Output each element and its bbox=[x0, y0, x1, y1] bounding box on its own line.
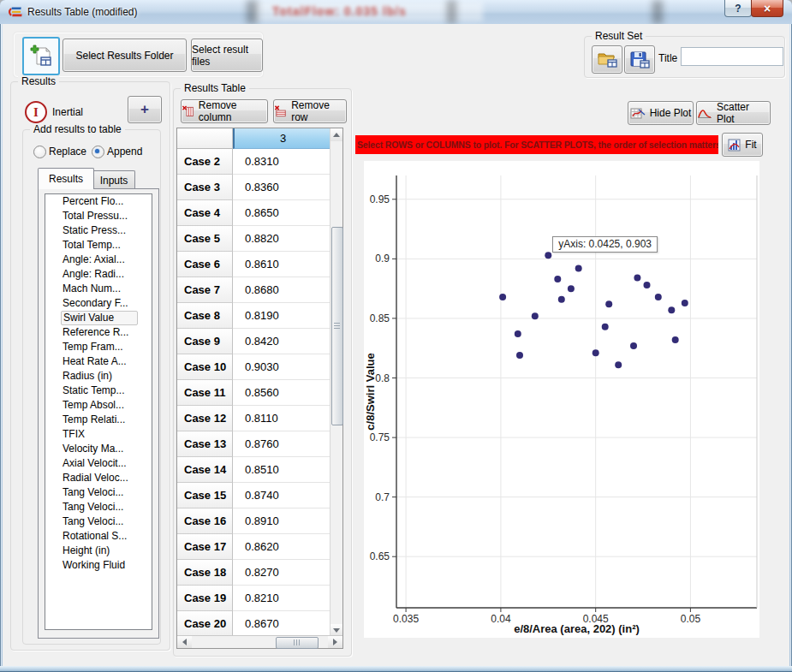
list-item[interactable]: Tang Veloci... bbox=[45, 514, 152, 529]
data-point[interactable] bbox=[602, 324, 609, 330]
title-input[interactable] bbox=[681, 47, 783, 66]
scatter-plot-button[interactable]: Scatter Plot bbox=[696, 101, 771, 125]
table-cell[interactable]: 0.8510 bbox=[233, 457, 330, 483]
list-item[interactable]: TFIX bbox=[45, 427, 152, 442]
table-cell[interactable]: 0.8620 bbox=[233, 534, 330, 560]
data-point[interactable] bbox=[668, 306, 675, 313]
list-item[interactable]: Radial Veloc... bbox=[45, 471, 152, 485]
row-header[interactable]: Case 7 bbox=[177, 277, 233, 303]
table-cell[interactable]: 0.8820 bbox=[233, 226, 330, 252]
row-header[interactable]: Case 2 bbox=[177, 149, 233, 175]
row-header[interactable]: Case 9 bbox=[177, 329, 233, 354]
corner-header-cell[interactable] bbox=[177, 128, 233, 149]
row-header[interactable]: Case 14 bbox=[177, 457, 233, 483]
row-header[interactable]: Case 15 bbox=[177, 483, 233, 508]
list-item[interactable]: Total Temp... bbox=[45, 238, 152, 253]
data-point[interactable] bbox=[630, 342, 637, 349]
table-cell[interactable]: 0.8760 bbox=[233, 431, 330, 457]
list-item[interactable]: Angle: Radi... bbox=[45, 267, 152, 282]
list-item[interactable]: Height (in) bbox=[45, 544, 152, 558]
remove-row-button[interactable]: Remove row bbox=[273, 99, 347, 123]
data-point[interactable] bbox=[515, 330, 521, 337]
row-header[interactable]: Case 13 bbox=[177, 431, 233, 457]
list-item[interactable]: Swirl Value bbox=[61, 311, 138, 325]
data-point[interactable] bbox=[554, 276, 561, 282]
list-item[interactable]: Rotational S... bbox=[45, 529, 152, 544]
list-item[interactable]: Temp Fram... bbox=[45, 340, 152, 354]
tab-results[interactable]: Results bbox=[38, 168, 94, 189]
scroll-left-button[interactable] bbox=[177, 636, 192, 648]
table-cell[interactable]: 0.8910 bbox=[233, 508, 330, 534]
table-cell[interactable]: 0.8680 bbox=[233, 277, 330, 303]
table-cell[interactable]: 0.8610 bbox=[233, 252, 330, 277]
table-cell[interactable]: 0.8560 bbox=[233, 380, 330, 406]
list-item[interactable]: Temp Absol... bbox=[45, 398, 152, 413]
table-cell[interactable]: 0.8670 bbox=[233, 611, 330, 637]
data-point[interactable] bbox=[499, 294, 506, 300]
table-cell[interactable]: 0.8210 bbox=[233, 586, 330, 611]
select-result-files-button[interactable]: Select result files bbox=[191, 39, 263, 72]
fit-button[interactable]: Fit bbox=[722, 133, 763, 157]
list-item[interactable]: Percent Flo... bbox=[45, 194, 152, 209]
scroll-right-button[interactable] bbox=[328, 636, 342, 648]
row-header[interactable]: Case 17 bbox=[177, 534, 233, 560]
row-header[interactable]: Case 8 bbox=[177, 303, 233, 329]
data-point[interactable] bbox=[644, 282, 651, 288]
list-item[interactable]: Static Temp... bbox=[45, 384, 152, 398]
data-point[interactable] bbox=[655, 294, 662, 300]
column-header[interactable]: 3 bbox=[233, 128, 331, 149]
list-item[interactable]: Static Press... bbox=[45, 223, 152, 238]
titlebar[interactable]: TotalFlow: 0.035 lb/s Results Table (mod… bbox=[0, 0, 792, 24]
help-button[interactable]: ? bbox=[724, 0, 752, 17]
row-header[interactable]: Case 10 bbox=[177, 354, 233, 380]
table-cell[interactable]: 0.8190 bbox=[233, 303, 330, 329]
data-point[interactable] bbox=[615, 361, 622, 368]
table-cell[interactable]: 0.8270 bbox=[233, 560, 330, 586]
row-header[interactable]: Case 16 bbox=[177, 508, 233, 534]
save-result-set-button[interactable] bbox=[624, 45, 655, 74]
data-point[interactable] bbox=[516, 352, 523, 359]
data-point[interactable] bbox=[634, 275, 640, 282]
close-button[interactable]: × bbox=[751, 0, 783, 17]
table-cell[interactable]: 0.8740 bbox=[233, 483, 330, 508]
scatter-chart[interactable]: 0.0350.040.0450.050.650.70.750.80.850.90… bbox=[364, 161, 759, 638]
scroll-up-button[interactable] bbox=[330, 128, 342, 141]
table-cell[interactable]: 0.8420 bbox=[233, 329, 330, 354]
row-header[interactable]: Case 6 bbox=[177, 252, 233, 277]
horizontal-scroll-thumb[interactable] bbox=[276, 637, 319, 649]
table-cell[interactable]: 0.8310 bbox=[233, 149, 330, 175]
remove-column-button[interactable]: Remove column bbox=[181, 99, 268, 123]
list-item[interactable]: Tang Veloci... bbox=[45, 485, 152, 500]
data-point[interactable] bbox=[532, 312, 539, 319]
open-result-set-button[interactable] bbox=[592, 45, 622, 74]
data-point[interactable] bbox=[568, 285, 575, 292]
list-item[interactable]: Working Fluid bbox=[45, 558, 152, 573]
add-dataset-button[interactable]: + bbox=[128, 96, 162, 123]
new-result-set-button[interactable] bbox=[22, 37, 60, 75]
list-item[interactable]: Mach Num... bbox=[45, 282, 152, 296]
row-header[interactable]: Case 19 bbox=[177, 586, 233, 611]
list-item[interactable]: Tang Veloci... bbox=[45, 500, 152, 514]
hide-plot-button[interactable]: Hide Plot bbox=[628, 101, 694, 125]
row-header[interactable]: Case 18 bbox=[177, 560, 233, 586]
list-item[interactable]: Axial Velocit... bbox=[45, 456, 152, 471]
row-header[interactable]: Case 4 bbox=[177, 200, 233, 226]
data-point[interactable] bbox=[672, 336, 679, 343]
row-header[interactable]: Case 12 bbox=[177, 406, 233, 431]
data-point[interactable] bbox=[682, 300, 688, 306]
data-point[interactable] bbox=[575, 265, 582, 272]
table-horizontal-scrollbar[interactable] bbox=[177, 635, 342, 648]
append-radio[interactable] bbox=[92, 146, 104, 158]
row-header[interactable]: Case 5 bbox=[177, 226, 233, 252]
replace-radio[interactable] bbox=[33, 146, 46, 158]
row-header[interactable]: Case 11 bbox=[177, 380, 233, 406]
list-item[interactable]: Total Pressu... bbox=[45, 209, 152, 223]
table-cell[interactable]: 0.8360 bbox=[233, 175, 330, 200]
list-item[interactable]: Secondary F... bbox=[45, 296, 152, 311]
results-list[interactable]: Percent Flo...Total Pressu...Static Pres… bbox=[45, 193, 152, 630]
data-point[interactable] bbox=[558, 296, 565, 303]
row-header[interactable]: Case 3 bbox=[177, 175, 233, 200]
tab-inputs[interactable]: Inputs bbox=[92, 170, 135, 189]
table-cell[interactable]: 0.9030 bbox=[233, 354, 330, 380]
vertical-scroll-thumb[interactable] bbox=[331, 227, 343, 425]
